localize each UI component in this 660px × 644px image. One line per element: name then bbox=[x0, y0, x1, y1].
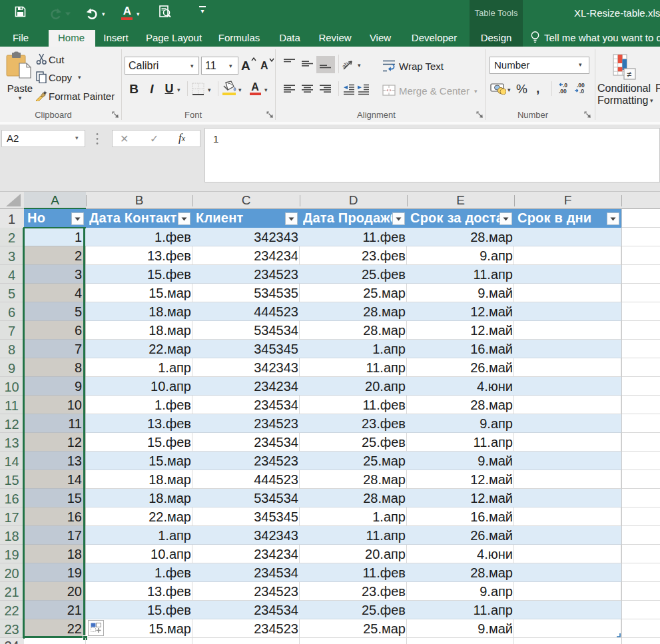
svg-text:≠: ≠ bbox=[627, 69, 631, 79]
svg-text:.0: .0 bbox=[579, 88, 584, 95]
svg-text:.00: .00 bbox=[559, 88, 567, 95]
